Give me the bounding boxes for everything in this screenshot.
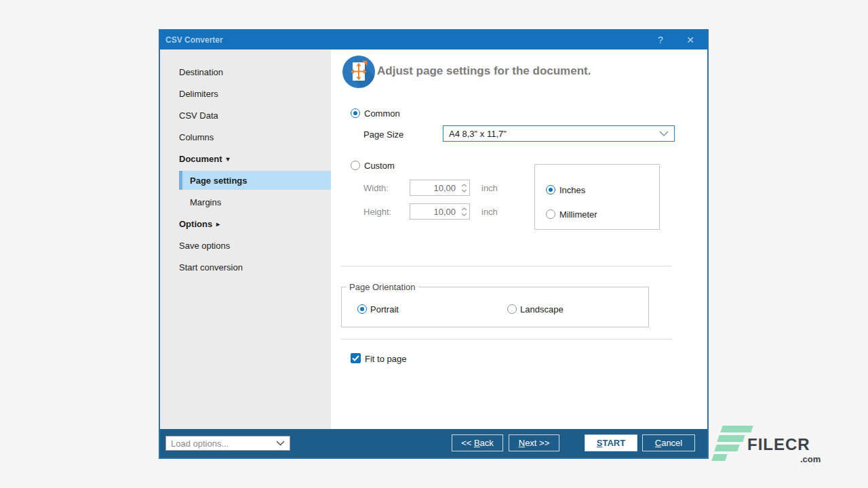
divider xyxy=(341,339,672,340)
sidebar-item-margins[interactable]: Margins xyxy=(160,191,331,213)
width-label: Width: xyxy=(363,183,389,193)
height-value[interactable]: 10,00 xyxy=(410,207,458,217)
page-title: Adjust page settings for the document. xyxy=(377,64,591,78)
sidebar: Destination Delimiters CSV Data Columns … xyxy=(160,49,331,429)
sidebar-item-destination[interactable]: Destination xyxy=(160,61,331,83)
load-options-dropdown[interactable]: Load options... xyxy=(165,436,290,451)
sidebar-item-save-options[interactable]: Save options xyxy=(160,235,331,256)
height-spinner[interactable]: 10,00 xyxy=(410,203,470,220)
chevron-down-icon: ▾ xyxy=(226,155,230,163)
filecr-watermark: FILECR .com xyxy=(712,424,831,465)
filecr-brand-text: FILECR xyxy=(747,435,810,454)
inches-radio[interactable] xyxy=(546,185,555,195)
sidebar-item-csv-data[interactable]: CSV Data xyxy=(160,104,331,126)
spin-up-icon[interactable] xyxy=(461,184,467,187)
spin-down-icon[interactable] xyxy=(461,213,467,216)
back-button[interactable]: << Back xyxy=(452,434,503,451)
filecr-logo-icon xyxy=(720,426,753,432)
landscape-radio[interactable] xyxy=(507,304,517,314)
window-title: CSV Converter xyxy=(165,35,223,45)
spin-up-icon[interactable] xyxy=(461,207,467,211)
next-button[interactable]: Next >> xyxy=(509,434,559,451)
sidebar-item-columns[interactable]: Columns xyxy=(160,126,331,148)
page-size-dropdown[interactable]: A4 8,3" x 11,7" xyxy=(443,125,675,142)
portrait-radio[interactable] xyxy=(357,304,367,314)
sidebar-item-document[interactable]: Document ▾ xyxy=(160,148,331,169)
millimeter-radio-label[interactable]: Millimeter xyxy=(559,209,597,220)
page-size-value: A4 8,3" x 11,7" xyxy=(449,129,659,139)
help-button[interactable]: ? xyxy=(653,34,668,47)
footer-bar: Load options... << Back Next >> START Ca… xyxy=(160,429,707,458)
custom-radio-label[interactable]: Custom xyxy=(364,161,395,171)
inches-radio-label[interactable]: Inches xyxy=(559,185,585,195)
common-radio-label[interactable]: Common xyxy=(364,108,400,119)
title-bar: CSV Converter ? ✕ xyxy=(160,30,707,49)
millimeter-radio[interactable] xyxy=(546,209,555,219)
fit-to-page-checkbox[interactable] xyxy=(351,353,361,363)
sidebar-item-page-settings[interactable]: Page settings xyxy=(179,171,331,190)
landscape-radio-label[interactable]: Landscape xyxy=(520,304,564,314)
chevron-down-icon xyxy=(659,131,669,136)
height-label: Height: xyxy=(363,207,391,217)
sidebar-item-start-conversion[interactable]: Start conversion xyxy=(160,256,331,278)
spin-down-icon[interactable] xyxy=(461,189,467,192)
start-button[interactable]: START xyxy=(585,434,637,451)
close-button[interactable]: ✕ xyxy=(683,34,698,47)
width-spinner[interactable]: 10,00 xyxy=(410,180,470,196)
fit-to-page-label[interactable]: Fit to page xyxy=(365,354,406,364)
page-size-label: Page Size xyxy=(363,129,403,140)
portrait-radio-label[interactable]: Portrait xyxy=(370,304,399,314)
sidebar-item-delimiters[interactable]: Delimiters xyxy=(160,83,331,104)
custom-radio[interactable] xyxy=(351,161,360,170)
cancel-button[interactable]: Cancel xyxy=(642,434,695,451)
units-groupbox: Inches Millimeter xyxy=(534,164,660,230)
page-orientation-legend: Page Orientation xyxy=(347,282,418,292)
filecr-tld-text: .com xyxy=(800,454,821,464)
page-settings-icon xyxy=(342,56,375,88)
csv-converter-window: CSV Converter ? ✕ Destination Delimiters… xyxy=(159,29,709,459)
sidebar-item-options[interactable]: Options ▸ xyxy=(160,213,331,235)
height-unit-label: inch xyxy=(481,207,498,217)
width-value[interactable]: 10,00 xyxy=(410,183,458,193)
check-icon xyxy=(352,355,359,361)
width-unit-label: inch xyxy=(481,183,498,193)
chevron-right-icon: ▸ xyxy=(216,220,220,228)
page-settings-panel: Adjust page settings for the document. C… xyxy=(331,49,707,429)
chevron-down-icon xyxy=(276,441,285,446)
divider xyxy=(341,266,672,266)
common-radio[interactable] xyxy=(351,108,360,118)
page-orientation-groupbox: Page Orientation Portrait Landscape xyxy=(341,287,649,327)
